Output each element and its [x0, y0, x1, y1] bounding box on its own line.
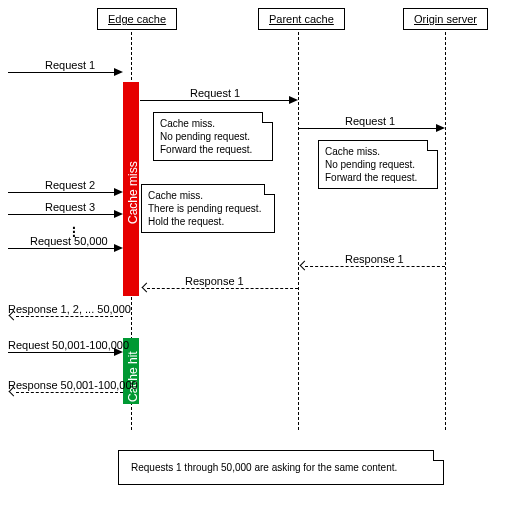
msg-req1-edge: Request 1	[45, 59, 95, 71]
arrow	[8, 192, 114, 193]
msg-resp-second-batch: Response 50,001-100,000	[8, 379, 138, 391]
lifeline-parent	[298, 32, 299, 430]
note-line: No pending request.	[160, 131, 250, 142]
note-line: There is pending request.	[148, 203, 261, 214]
arrow	[8, 248, 114, 249]
activation-cache-miss: Cache miss	[123, 82, 139, 296]
sequence-diagram: Edge cache Parent cache Origin server Ca…	[0, 0, 519, 520]
arrowhead-icon	[436, 124, 445, 132]
ellipsis-icon: ...	[72, 222, 76, 234]
arrowhead-icon	[114, 188, 123, 196]
note-line: No pending request.	[325, 159, 415, 170]
msg-req2: Request 2	[45, 179, 95, 191]
arrowhead-icon	[114, 210, 123, 218]
arrowhead-icon	[289, 96, 298, 104]
arrow	[298, 128, 436, 129]
arrowhead-icon	[300, 261, 310, 271]
participant-label: Origin server	[414, 13, 477, 25]
note-footer: Requests 1 through 50,000 are asking for…	[118, 450, 444, 485]
msg-req50000: Request 50,000	[30, 235, 108, 247]
msg-req1-origin: Request 1	[345, 115, 395, 127]
activation-label-hit: Cache hit	[126, 342, 140, 402]
arrowhead-icon	[114, 244, 123, 252]
arrow	[8, 352, 114, 353]
arrow	[305, 266, 445, 267]
note-origin-miss: Cache miss. No pending request. Forward …	[318, 140, 438, 189]
arrow	[16, 316, 123, 317]
note-line: Forward the request.	[325, 172, 417, 183]
note-line: Hold the request.	[148, 216, 224, 227]
msg-req1-parent: Request 1	[190, 87, 240, 99]
note-edge-pending: Cache miss. There is pending request. Ho…	[141, 184, 275, 233]
participant-label: Parent cache	[269, 13, 334, 25]
arrowhead-icon	[114, 68, 123, 76]
msg-resp-all: Response 1, 2, ... 50,000	[8, 303, 131, 315]
participant-edge-cache: Edge cache	[97, 8, 177, 30]
participant-origin-server: Origin server	[403, 8, 488, 30]
msg-resp1-parent: Response 1	[345, 253, 404, 265]
arrow	[16, 392, 123, 393]
arrow	[147, 288, 298, 289]
arrow	[140, 100, 289, 101]
arrow	[8, 214, 114, 215]
arrowhead-icon	[114, 348, 123, 356]
lifeline-origin	[445, 32, 446, 430]
note-line: Forward the request.	[160, 144, 252, 155]
msg-req3: Request 3	[45, 201, 95, 213]
note-line: Requests 1 through 50,000 are asking for…	[131, 462, 397, 473]
note-line: Cache miss.	[325, 146, 380, 157]
msg-resp1-edge: Response 1	[185, 275, 244, 287]
note-parent-miss: Cache miss. No pending request. Forward …	[153, 112, 273, 161]
participant-parent-cache: Parent cache	[258, 8, 345, 30]
arrowhead-icon	[142, 283, 152, 293]
note-line: Cache miss.	[160, 118, 215, 129]
note-line: Cache miss.	[148, 190, 203, 201]
msg-req-second-batch: Request 50,001-100,000	[8, 339, 129, 351]
activation-label-miss: Cache miss	[126, 154, 140, 224]
arrow	[8, 72, 121, 73]
participant-label: Edge cache	[108, 13, 166, 25]
